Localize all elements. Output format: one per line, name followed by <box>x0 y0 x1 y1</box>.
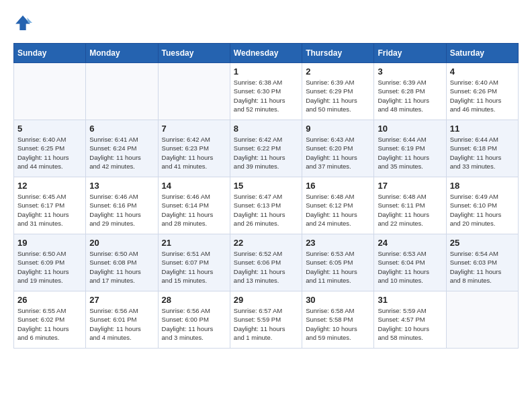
day-cell: 9Sunrise: 6:43 AMSunset: 6:20 PMDaylight… <box>302 120 374 177</box>
day-cell: 11Sunrise: 6:44 AMSunset: 6:18 PMDayligh… <box>446 120 518 177</box>
week-row-4: 19Sunrise: 6:50 AMSunset: 6:09 PMDayligh… <box>14 234 519 291</box>
day-info: Sunrise: 6:55 AMSunset: 6:02 PMDaylight:… <box>17 306 82 342</box>
logo <box>13 13 35 32</box>
day-info: Sunrise: 6:53 AMSunset: 6:05 PMDaylight:… <box>306 249 370 285</box>
day-cell: 8Sunrise: 6:42 AMSunset: 6:22 PMDaylight… <box>230 120 302 177</box>
day-number: 26 <box>17 295 82 305</box>
page-header <box>13 13 519 32</box>
week-row-5: 26Sunrise: 6:55 AMSunset: 6:02 PMDayligh… <box>14 291 519 349</box>
day-cell: 19Sunrise: 6:50 AMSunset: 6:09 PMDayligh… <box>14 234 86 291</box>
day-info: Sunrise: 6:42 AMSunset: 6:22 PMDaylight:… <box>234 135 298 171</box>
day-cell: 2Sunrise: 6:39 AMSunset: 6:29 PMDaylight… <box>302 63 374 120</box>
weekday-row: SundayMondayTuesdayWednesdayThursdayFrid… <box>14 44 519 63</box>
day-cell: 10Sunrise: 6:44 AMSunset: 6:19 PMDayligh… <box>374 120 446 177</box>
day-cell: 14Sunrise: 6:46 AMSunset: 6:14 PMDayligh… <box>158 177 230 234</box>
day-info: Sunrise: 6:44 AMSunset: 6:18 PMDaylight:… <box>450 135 515 171</box>
weekday-header-wednesday: Wednesday <box>230 44 302 63</box>
day-cell: 22Sunrise: 6:52 AMSunset: 6:06 PMDayligh… <box>230 234 302 291</box>
day-number: 25 <box>450 238 515 248</box>
day-info: Sunrise: 6:51 AMSunset: 6:07 PMDaylight:… <box>162 249 226 285</box>
day-number: 9 <box>306 124 370 134</box>
day-number: 11 <box>450 124 515 134</box>
day-cell: 27Sunrise: 6:56 AMSunset: 6:01 PMDayligh… <box>86 291 158 349</box>
day-number: 5 <box>17 124 82 134</box>
day-cell: 23Sunrise: 6:53 AMSunset: 6:05 PMDayligh… <box>302 234 374 291</box>
day-cell: 31Sunrise: 5:59 AMSunset: 4:57 PMDayligh… <box>374 291 446 349</box>
day-number: 6 <box>89 124 154 134</box>
weekday-header-friday: Friday <box>374 44 446 63</box>
day-info: Sunrise: 5:59 AMSunset: 4:57 PMDaylight:… <box>378 306 442 342</box>
day-number: 12 <box>17 181 82 191</box>
day-cell: 4Sunrise: 6:40 AMSunset: 6:26 PMDaylight… <box>446 63 518 120</box>
week-row-2: 5Sunrise: 6:40 AMSunset: 6:25 PMDaylight… <box>14 120 519 177</box>
weekday-header-sunday: Sunday <box>14 44 86 63</box>
day-number: 10 <box>378 124 442 134</box>
day-number: 24 <box>378 238 442 248</box>
weekday-header-tuesday: Tuesday <box>158 44 230 63</box>
day-cell <box>14 63 86 120</box>
day-cell: 7Sunrise: 6:42 AMSunset: 6:23 PMDaylight… <box>158 120 230 177</box>
day-info: Sunrise: 6:46 AMSunset: 6:14 PMDaylight:… <box>162 192 226 228</box>
day-info: Sunrise: 6:45 AMSunset: 6:17 PMDaylight:… <box>17 192 82 228</box>
day-info: Sunrise: 6:41 AMSunset: 6:24 PMDaylight:… <box>89 135 154 171</box>
logo-icon <box>13 13 32 32</box>
day-info: Sunrise: 6:48 AMSunset: 6:12 PMDaylight:… <box>306 192 370 228</box>
day-info: Sunrise: 6:47 AMSunset: 6:13 PMDaylight:… <box>234 192 298 228</box>
day-cell: 6Sunrise: 6:41 AMSunset: 6:24 PMDaylight… <box>86 120 158 177</box>
day-number: 3 <box>378 66 442 77</box>
day-number: 7 <box>162 124 226 134</box>
day-number: 2 <box>306 66 370 77</box>
day-cell: 13Sunrise: 6:46 AMSunset: 6:16 PMDayligh… <box>86 177 158 234</box>
day-cell: 29Sunrise: 6:57 AMSunset: 5:59 PMDayligh… <box>230 291 302 349</box>
day-number: 27 <box>89 295 154 305</box>
day-cell <box>158 63 230 120</box>
day-cell: 26Sunrise: 6:55 AMSunset: 6:02 PMDayligh… <box>14 291 86 349</box>
day-info: Sunrise: 6:44 AMSunset: 6:19 PMDaylight:… <box>378 135 442 171</box>
day-number: 22 <box>234 238 298 248</box>
day-number: 17 <box>378 181 442 191</box>
day-number: 30 <box>306 295 370 305</box>
day-info: Sunrise: 6:46 AMSunset: 6:16 PMDaylight:… <box>89 192 154 228</box>
day-number: 13 <box>89 181 154 191</box>
day-number: 28 <box>162 295 226 305</box>
day-number: 23 <box>306 238 370 248</box>
day-info: Sunrise: 6:56 AMSunset: 6:00 PMDaylight:… <box>162 306 226 342</box>
day-cell: 1Sunrise: 6:38 AMSunset: 6:30 PMDaylight… <box>230 63 302 120</box>
day-number: 4 <box>450 66 515 77</box>
day-info: Sunrise: 6:40 AMSunset: 6:26 PMDaylight:… <box>450 78 515 113</box>
day-info: Sunrise: 6:54 AMSunset: 6:03 PMDaylight:… <box>450 249 515 285</box>
day-cell: 30Sunrise: 6:58 AMSunset: 5:58 PMDayligh… <box>302 291 374 349</box>
day-number: 21 <box>162 238 226 248</box>
day-number: 19 <box>17 238 82 248</box>
day-cell: 5Sunrise: 6:40 AMSunset: 6:25 PMDaylight… <box>14 120 86 177</box>
day-info: Sunrise: 6:50 AMSunset: 6:09 PMDaylight:… <box>17 249 82 285</box>
day-number: 1 <box>234 66 298 77</box>
calendar-body: 1Sunrise: 6:38 AMSunset: 6:30 PMDaylight… <box>14 63 519 349</box>
day-number: 18 <box>450 181 515 191</box>
day-cell: 24Sunrise: 6:53 AMSunset: 6:04 PMDayligh… <box>374 234 446 291</box>
day-info: Sunrise: 6:42 AMSunset: 6:23 PMDaylight:… <box>162 135 226 171</box>
day-number: 15 <box>234 181 298 191</box>
day-cell <box>446 291 518 349</box>
day-info: Sunrise: 6:56 AMSunset: 6:01 PMDaylight:… <box>89 306 154 342</box>
day-info: Sunrise: 6:39 AMSunset: 6:29 PMDaylight:… <box>306 78 370 113</box>
day-info: Sunrise: 6:57 AMSunset: 5:59 PMDaylight:… <box>234 306 298 342</box>
day-cell: 18Sunrise: 6:49 AMSunset: 6:10 PMDayligh… <box>446 177 518 234</box>
day-info: Sunrise: 6:40 AMSunset: 6:25 PMDaylight:… <box>17 135 82 171</box>
day-number: 20 <box>89 238 154 248</box>
day-info: Sunrise: 6:38 AMSunset: 6:30 PMDaylight:… <box>234 78 298 113</box>
day-info: Sunrise: 6:53 AMSunset: 6:04 PMDaylight:… <box>378 249 442 285</box>
day-cell: 16Sunrise: 6:48 AMSunset: 6:12 PMDayligh… <box>302 177 374 234</box>
day-number: 16 <box>306 181 370 191</box>
day-number: 31 <box>378 295 442 305</box>
day-info: Sunrise: 6:49 AMSunset: 6:10 PMDaylight:… <box>450 192 515 228</box>
calendar-table: SundayMondayTuesdayWednesdayThursdayFrid… <box>13 43 519 349</box>
day-number: 8 <box>234 124 298 134</box>
weekday-header-thursday: Thursday <box>302 44 374 63</box>
day-cell <box>86 63 158 120</box>
day-cell: 28Sunrise: 6:56 AMSunset: 6:00 PMDayligh… <box>158 291 230 349</box>
day-cell: 21Sunrise: 6:51 AMSunset: 6:07 PMDayligh… <box>158 234 230 291</box>
day-cell: 17Sunrise: 6:48 AMSunset: 6:11 PMDayligh… <box>374 177 446 234</box>
day-cell: 12Sunrise: 6:45 AMSunset: 6:17 PMDayligh… <box>14 177 86 234</box>
day-cell: 25Sunrise: 6:54 AMSunset: 6:03 PMDayligh… <box>446 234 518 291</box>
